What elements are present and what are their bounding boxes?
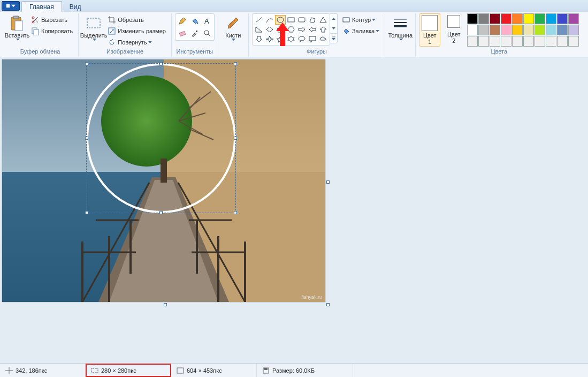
shape-rect[interactable] bbox=[286, 15, 296, 25]
color-swatch[interactable] bbox=[546, 36, 556, 47]
handle-n[interactable] bbox=[159, 62, 163, 65]
color-swatch[interactable] bbox=[478, 13, 489, 24]
shape-larrow[interactable] bbox=[307, 25, 318, 34]
color-swatch[interactable] bbox=[478, 36, 489, 47]
shape-pentagon[interactable] bbox=[275, 25, 286, 34]
group-label-tools: Инструменты bbox=[177, 48, 213, 56]
bucket-tool[interactable] bbox=[189, 15, 201, 27]
disk-icon bbox=[262, 367, 270, 374]
shape-star6[interactable] bbox=[286, 34, 296, 44]
canvas[interactable]: fishyak.ru bbox=[2, 59, 325, 302]
shape-cloud[interactable] bbox=[318, 34, 329, 44]
shape-gallery[interactable] bbox=[252, 13, 330, 46]
pencil-tool[interactable] bbox=[177, 15, 188, 27]
color-swatch[interactable] bbox=[568, 13, 579, 24]
status-canvas-text: 604 × 453пкс bbox=[187, 367, 222, 374]
svg-marker-25 bbox=[310, 18, 315, 22]
color-swatch[interactable] bbox=[478, 25, 489, 35]
color-swatch[interactable] bbox=[546, 13, 556, 24]
color-swatch[interactable] bbox=[557, 25, 568, 35]
color-swatch[interactable] bbox=[501, 13, 511, 24]
text-tool[interactable]: A bbox=[201, 15, 213, 27]
shape-uarrow[interactable] bbox=[318, 25, 329, 34]
app-menu-button[interactable] bbox=[2, 1, 20, 11]
color-swatch[interactable] bbox=[512, 36, 523, 47]
shape-rtriangle[interactable] bbox=[254, 25, 264, 34]
shape-roundcallout[interactable] bbox=[296, 34, 307, 44]
canvas-handle-se[interactable] bbox=[326, 303, 330, 306]
color1-swatch bbox=[422, 15, 438, 31]
color-swatch[interactable] bbox=[490, 13, 500, 24]
color-swatch[interactable] bbox=[512, 13, 523, 24]
cut-button[interactable]: Вырезать bbox=[29, 14, 75, 25]
handle-nw[interactable] bbox=[85, 62, 88, 65]
svg-marker-32 bbox=[309, 27, 316, 32]
fill-button[interactable]: Заливка bbox=[340, 26, 381, 36]
canvas-handle-e[interactable] bbox=[326, 180, 330, 184]
shape-scroll-down[interactable] bbox=[330, 24, 337, 33]
color-swatch[interactable] bbox=[534, 36, 545, 47]
color-swatch[interactable] bbox=[501, 36, 511, 47]
tab-view[interactable]: Вид bbox=[62, 2, 89, 12]
picker-tool[interactable] bbox=[189, 27, 201, 39]
color-swatch[interactable] bbox=[568, 36, 579, 47]
shape-gallery-more[interactable] bbox=[330, 33, 337, 43]
tab-main[interactable]: Главная bbox=[21, 1, 62, 12]
resize-button[interactable]: Изменить размер bbox=[105, 26, 168, 36]
selection-box[interactable] bbox=[86, 63, 236, 213]
shape-diamond[interactable] bbox=[264, 25, 275, 34]
color-swatch[interactable] bbox=[512, 25, 523, 35]
handle-se[interactable] bbox=[234, 211, 237, 214]
color-swatch[interactable] bbox=[467, 13, 478, 24]
color-swatch[interactable] bbox=[534, 13, 545, 24]
shape-line[interactable] bbox=[254, 15, 264, 25]
color-swatch[interactable] bbox=[557, 36, 568, 47]
thickness-button[interactable]: Толщина bbox=[388, 13, 412, 42]
handle-ne[interactable] bbox=[234, 62, 237, 65]
shape-rectcallout[interactable] bbox=[307, 34, 318, 44]
shape-triangle[interactable] bbox=[318, 15, 329, 25]
handle-s[interactable] bbox=[159, 211, 163, 214]
color-swatch[interactable] bbox=[523, 36, 534, 47]
canvas-handle-s[interactable] bbox=[164, 303, 167, 306]
shape-darrow[interactable] bbox=[254, 34, 264, 44]
group-label-colors: Цвета bbox=[491, 48, 507, 56]
handle-sw[interactable] bbox=[85, 211, 88, 214]
shape-curve[interactable] bbox=[264, 15, 275, 25]
color-swatch[interactable] bbox=[467, 36, 478, 47]
select-button[interactable]: Выделить bbox=[82, 13, 105, 42]
color-swatch[interactable] bbox=[534, 25, 545, 35]
shape-star4[interactable] bbox=[264, 34, 275, 44]
color-swatch[interactable] bbox=[490, 36, 500, 47]
color-swatch[interactable] bbox=[568, 25, 579, 35]
shape-rarrow[interactable] bbox=[296, 25, 307, 34]
color-swatch[interactable] bbox=[523, 13, 534, 24]
color1-button[interactable]: Цвет 1 bbox=[419, 13, 440, 47]
shape-star5[interactable] bbox=[275, 34, 286, 44]
color-swatch[interactable] bbox=[546, 25, 556, 35]
shape-roundrect[interactable] bbox=[296, 15, 307, 25]
copy-button[interactable]: Копировать bbox=[29, 26, 75, 36]
rotate-button[interactable]: Повернуть bbox=[105, 37, 168, 48]
color2-button[interactable]: Цвет 2 bbox=[444, 13, 464, 46]
color-swatch[interactable] bbox=[501, 25, 511, 35]
color-swatch[interactable] bbox=[557, 13, 568, 24]
color-swatch[interactable] bbox=[490, 25, 500, 35]
resize-icon bbox=[108, 27, 116, 35]
color-swatch[interactable] bbox=[523, 25, 534, 35]
svg-rect-16 bbox=[179, 31, 185, 36]
outline-button[interactable]: Контур bbox=[340, 14, 381, 25]
shape-hexagon[interactable] bbox=[286, 25, 296, 34]
brushes-button[interactable]: Кисти bbox=[222, 13, 245, 42]
crop-button[interactable]: Обрезать bbox=[105, 14, 168, 25]
magnifier-tool[interactable] bbox=[201, 27, 213, 39]
eraser-tool[interactable] bbox=[177, 27, 188, 39]
color-swatch[interactable] bbox=[467, 25, 478, 35]
canvas-area[interactable]: fishyak.ru bbox=[0, 57, 588, 363]
handle-e[interactable] bbox=[234, 137, 237, 140]
shape-polygon[interactable] bbox=[307, 15, 318, 25]
handle-w[interactable] bbox=[85, 137, 88, 140]
shape-oval[interactable] bbox=[275, 15, 286, 25]
paste-button[interactable]: Вставить bbox=[5, 13, 29, 42]
shape-scroll-up[interactable] bbox=[330, 14, 337, 24]
